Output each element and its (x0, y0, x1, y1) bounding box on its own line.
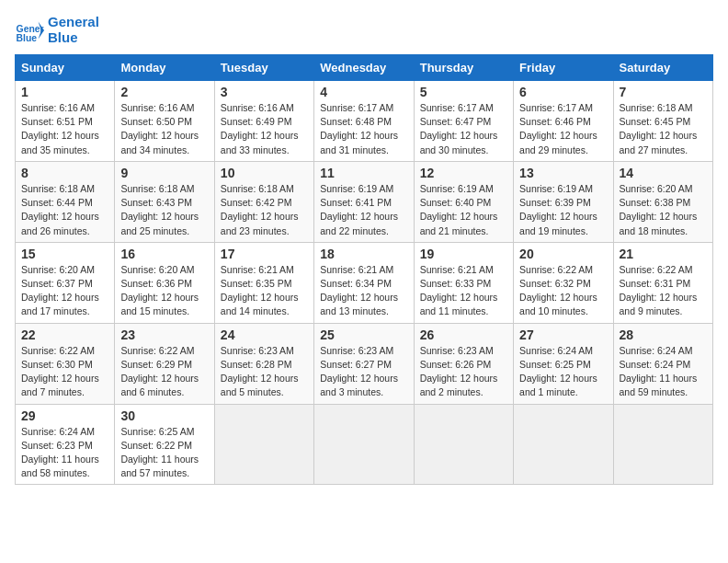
day-number: 19 (420, 247, 507, 261)
day-number: 29 (21, 408, 108, 423)
day-number: 7 (620, 85, 707, 99)
day-info: Sunrise: 6:18 AMSunset: 6:42 PMDaylight:… (221, 183, 299, 236)
calendar-cell: 8 Sunrise: 6:18 AMSunset: 6:44 PMDayligh… (16, 161, 115, 242)
day-number: 3 (221, 85, 308, 99)
calendar-cell: 4 Sunrise: 6:17 AMSunset: 6:48 PMDayligh… (314, 81, 414, 162)
day-info: Sunrise: 6:19 AMSunset: 6:41 PMDaylight:… (320, 183, 398, 236)
day-number: 10 (221, 166, 308, 180)
calendar-week-4: 29 Sunrise: 6:24 AMSunset: 6:23 PMDaylig… (16, 404, 713, 485)
calendar-cell: 16 Sunrise: 6:20 AMSunset: 6:36 PMDaylig… (115, 242, 214, 323)
calendar-cell (314, 404, 414, 485)
day-info: Sunrise: 6:20 AMSunset: 6:38 PMDaylight:… (620, 183, 698, 236)
calendar-cell (613, 404, 712, 485)
weekday-header-tuesday: Tuesday (214, 55, 313, 81)
day-info: Sunrise: 6:16 AMSunset: 6:49 PMDaylight:… (221, 102, 299, 155)
day-number: 17 (221, 247, 308, 261)
day-number: 25 (320, 327, 407, 342)
day-number: 14 (620, 166, 707, 180)
day-info: Sunrise: 6:17 AMSunset: 6:47 PMDaylight:… (420, 102, 498, 155)
calendar-cell: 21 Sunrise: 6:22 AMSunset: 6:31 PMDaylig… (613, 242, 712, 323)
calendar-cell (514, 404, 613, 485)
day-number: 21 (620, 247, 707, 261)
calendar-cell: 30 Sunrise: 6:25 AMSunset: 6:22 PMDaylig… (115, 404, 214, 485)
calendar-cell (214, 404, 313, 485)
day-info: Sunrise: 6:18 AMSunset: 6:43 PMDaylight:… (120, 183, 199, 236)
day-info: Sunrise: 6:21 AMSunset: 6:34 PMDaylight:… (320, 264, 398, 317)
weekday-header-sunday: Sunday (16, 55, 115, 81)
weekday-header-wednesday: Wednesday (314, 55, 414, 81)
day-info: Sunrise: 6:24 AMSunset: 6:25 PMDaylight:… (519, 345, 597, 398)
calendar-week-1: 8 Sunrise: 6:18 AMSunset: 6:44 PMDayligh… (16, 161, 713, 242)
calendar-cell: 24 Sunrise: 6:23 AMSunset: 6:28 PMDaylig… (214, 323, 313, 404)
weekday-header-monday: Monday (115, 55, 214, 81)
day-info: Sunrise: 6:22 AMSunset: 6:32 PMDaylight:… (519, 264, 597, 317)
day-info: Sunrise: 6:23 AMSunset: 6:28 PMDaylight:… (221, 345, 299, 398)
calendar-cell: 1 Sunrise: 6:16 AMSunset: 6:51 PMDayligh… (16, 81, 115, 162)
logo: General Blue General Blue (15, 15, 99, 45)
day-info: Sunrise: 6:22 AMSunset: 6:30 PMDaylight:… (21, 345, 99, 398)
calendar-cell: 2 Sunrise: 6:16 AMSunset: 6:50 PMDayligh… (115, 81, 214, 162)
calendar-cell: 13 Sunrise: 6:19 AMSunset: 6:39 PMDaylig… (514, 161, 613, 242)
calendar-cell: 3 Sunrise: 6:16 AMSunset: 6:49 PMDayligh… (214, 81, 313, 162)
calendar-cell: 20 Sunrise: 6:22 AMSunset: 6:32 PMDaylig… (514, 242, 613, 323)
day-number: 22 (21, 327, 108, 342)
svg-text:Blue: Blue (17, 33, 38, 43)
day-info: Sunrise: 6:16 AMSunset: 6:50 PMDaylight:… (120, 102, 199, 155)
calendar-cell: 14 Sunrise: 6:20 AMSunset: 6:38 PMDaylig… (613, 161, 712, 242)
day-info: Sunrise: 6:22 AMSunset: 6:31 PMDaylight:… (620, 264, 698, 317)
weekday-header-friday: Friday (514, 55, 613, 81)
day-info: Sunrise: 6:23 AMSunset: 6:27 PMDaylight:… (320, 345, 398, 398)
day-info: Sunrise: 6:17 AMSunset: 6:48 PMDaylight:… (320, 102, 398, 155)
day-number: 11 (320, 166, 407, 180)
calendar-cell: 26 Sunrise: 6:23 AMSunset: 6:26 PMDaylig… (414, 323, 513, 404)
day-number: 16 (120, 247, 208, 261)
calendar-cell: 11 Sunrise: 6:19 AMSunset: 6:41 PMDaylig… (314, 161, 414, 242)
day-number: 12 (420, 166, 507, 180)
calendar-cell (414, 404, 513, 485)
day-number: 15 (21, 247, 108, 261)
day-number: 28 (620, 327, 707, 342)
day-info: Sunrise: 6:24 AMSunset: 6:23 PMDaylight:… (21, 426, 99, 479)
calendar-cell: 27 Sunrise: 6:24 AMSunset: 6:25 PMDaylig… (514, 323, 613, 404)
day-number: 30 (120, 408, 208, 423)
day-info: Sunrise: 6:19 AMSunset: 6:40 PMDaylight:… (420, 183, 498, 236)
calendar-week-3: 22 Sunrise: 6:22 AMSunset: 6:30 PMDaylig… (16, 323, 713, 404)
page-header: General Blue General Blue (15, 15, 713, 45)
logo-line2: Blue (48, 30, 99, 46)
calendar-cell: 6 Sunrise: 6:17 AMSunset: 6:46 PMDayligh… (514, 81, 613, 162)
weekday-header-saturday: Saturday (613, 55, 712, 81)
day-info: Sunrise: 6:20 AMSunset: 6:37 PMDaylight:… (21, 264, 99, 317)
calendar-cell: 7 Sunrise: 6:18 AMSunset: 6:45 PMDayligh… (613, 81, 712, 162)
calendar-cell: 19 Sunrise: 6:21 AMSunset: 6:33 PMDaylig… (414, 242, 513, 323)
day-number: 2 (120, 85, 208, 99)
day-number: 18 (320, 247, 407, 261)
logo-line1: General (48, 15, 99, 30)
day-number: 26 (420, 327, 507, 342)
calendar-cell: 17 Sunrise: 6:21 AMSunset: 6:35 PMDaylig… (214, 242, 313, 323)
day-number: 1 (21, 85, 108, 99)
day-number: 4 (320, 85, 407, 99)
calendar-table: SundayMondayTuesdayWednesdayThursdayFrid… (15, 54, 713, 485)
calendar-cell: 22 Sunrise: 6:22 AMSunset: 6:30 PMDaylig… (16, 323, 115, 404)
day-number: 24 (221, 327, 308, 342)
day-info: Sunrise: 6:18 AMSunset: 6:44 PMDaylight:… (21, 183, 99, 236)
day-info: Sunrise: 6:22 AMSunset: 6:29 PMDaylight:… (120, 345, 199, 398)
day-info: Sunrise: 6:18 AMSunset: 6:45 PMDaylight:… (620, 102, 698, 155)
calendar-cell: 18 Sunrise: 6:21 AMSunset: 6:34 PMDaylig… (314, 242, 414, 323)
logo-icon: General Blue (15, 16, 44, 45)
day-number: 8 (21, 166, 108, 180)
calendar-cell: 28 Sunrise: 6:24 AMSunset: 6:24 PMDaylig… (613, 323, 712, 404)
day-info: Sunrise: 6:17 AMSunset: 6:46 PMDaylight:… (519, 102, 597, 155)
calendar-cell: 12 Sunrise: 6:19 AMSunset: 6:40 PMDaylig… (414, 161, 513, 242)
calendar-cell: 5 Sunrise: 6:17 AMSunset: 6:47 PMDayligh… (414, 81, 513, 162)
calendar-week-0: 1 Sunrise: 6:16 AMSunset: 6:51 PMDayligh… (16, 81, 713, 162)
day-info: Sunrise: 6:20 AMSunset: 6:36 PMDaylight:… (120, 264, 199, 317)
day-info: Sunrise: 6:21 AMSunset: 6:35 PMDaylight:… (221, 264, 299, 317)
calendar-cell: 15 Sunrise: 6:20 AMSunset: 6:37 PMDaylig… (16, 242, 115, 323)
calendar-cell: 29 Sunrise: 6:24 AMSunset: 6:23 PMDaylig… (16, 404, 115, 485)
weekday-header-thursday: Thursday (414, 55, 513, 81)
day-info: Sunrise: 6:19 AMSunset: 6:39 PMDaylight:… (519, 183, 597, 236)
day-number: 6 (519, 85, 607, 99)
day-info: Sunrise: 6:16 AMSunset: 6:51 PMDaylight:… (21, 102, 99, 155)
day-info: Sunrise: 6:24 AMSunset: 6:24 PMDaylight:… (620, 345, 698, 398)
